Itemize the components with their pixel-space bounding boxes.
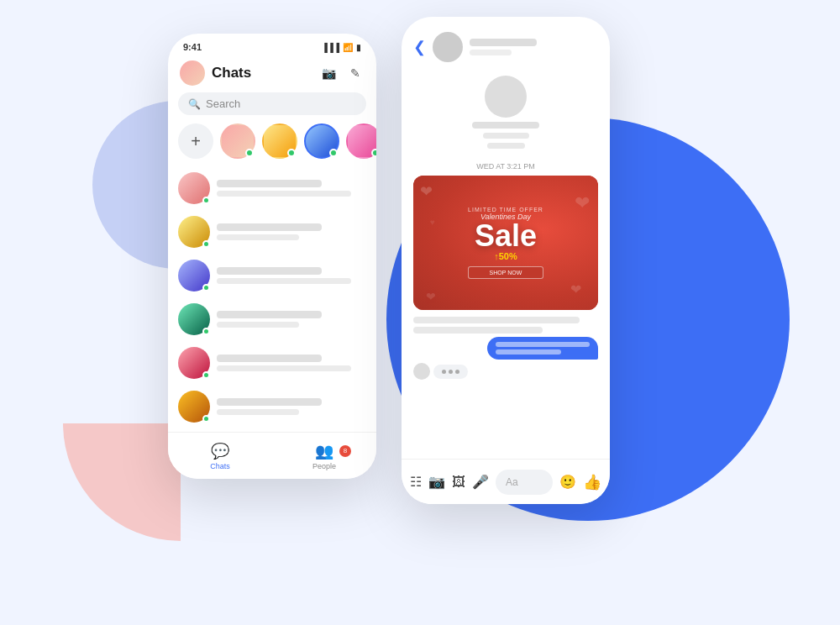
chat-item[interactable] <box>178 298 366 340</box>
online-dot <box>202 328 210 335</box>
add-story-button[interactable]: + <box>178 123 213 159</box>
nav-people[interactable]: 8 👥 People <box>272 442 376 470</box>
status-icons: ▐▐▐ 📶 ▮ <box>322 43 361 52</box>
online-dot <box>371 149 376 157</box>
chat-content-3 <box>217 267 366 284</box>
right-phone: ❮ WED AT 3:21 PM ❤ ❤ ❤ ❤ ♥ LIMIT <box>402 17 610 504</box>
sale-content: LIMITED TIME OFFER Valentines Day Sale ↑… <box>468 207 543 279</box>
chat-content-5 <box>217 355 366 371</box>
battery-icon: ▮ <box>356 43 361 52</box>
online-dot <box>202 197 210 204</box>
message-input[interactable]: Aa <box>496 470 553 495</box>
received-message <box>413 317 598 334</box>
detail-header: ❮ <box>402 17 610 71</box>
mic-icon[interactable]: 🎤 <box>472 474 489 490</box>
msg-bar <box>413 327 543 334</box>
story-avatar-4[interactable] <box>346 123 376 159</box>
heart-icon: ❤ <box>570 281 581 297</box>
chat-name-bar <box>217 180 322 187</box>
status-time: 9:41 <box>183 42 202 52</box>
chat-content-4 <box>217 311 366 328</box>
detail-info <box>470 39 598 55</box>
chat-avatar-2 <box>178 216 210 248</box>
phones-wrapper: 9:41 ▐▐▐ 📶 ▮ Chats 📷 ✎ 🔍 Search + <box>168 34 610 504</box>
header-icons: 📷 ✎ <box>319 64 365 82</box>
sent-bar <box>496 349 561 355</box>
like-icon[interactable]: 👍 <box>583 473 601 491</box>
chat-msg-bar <box>217 365 351 371</box>
detail-avatar[interactable] <box>433 32 463 62</box>
wifi-icon: 📶 <box>343 43 353 52</box>
chat-msg-bar <box>217 322 299 328</box>
heart-icon: ❤ <box>426 290 436 303</box>
stories-row: + <box>168 123 376 167</box>
typing-dot <box>442 370 446 374</box>
my-avatar[interactable] <box>180 60 205 86</box>
sent-bar <box>496 342 590 347</box>
status-bar: 9:41 ▐▐▐ 📶 ▮ <box>168 34 376 57</box>
nav-chats[interactable]: 💬 Chats <box>168 442 272 470</box>
online-dot <box>245 149 254 157</box>
chat-item[interactable] <box>178 167 366 209</box>
emoji-icon[interactable]: 🙂 <box>559 474 576 490</box>
heart-icon: ❤ <box>575 192 590 214</box>
chat-item[interactable] <box>178 255 366 297</box>
camera-icon[interactable]: 📷 <box>319 64 338 82</box>
sent-bubble <box>487 337 598 360</box>
search-bar[interactable]: 🔍 Search <box>178 92 366 115</box>
chat-avatar-4 <box>178 303 210 335</box>
heart-icon: ❤ <box>420 182 433 201</box>
chat-msg-bar <box>217 409 299 415</box>
chat-content-2 <box>217 223 366 240</box>
sale-limited-text: LIMITED TIME OFFER <box>468 207 543 213</box>
input-bar: ☷ 📷 🖼 🎤 Aa 🙂 👍 <box>402 459 610 504</box>
story-avatar-3[interactable] <box>304 123 339 159</box>
chat-name-bar <box>217 267 322 275</box>
nav-badge: 8 <box>339 445 351 457</box>
back-button[interactable]: ❮ <box>413 38 426 56</box>
left-phone: 9:41 ▐▐▐ 📶 ▮ Chats 📷 ✎ 🔍 Search + <box>168 34 376 479</box>
online-dot <box>202 284 210 291</box>
typing-dot <box>455 370 459 374</box>
shop-now-button[interactable]: SHOP NOW <box>468 266 543 279</box>
story-avatar-1[interactable] <box>220 123 255 159</box>
bottom-nav: 💬 Chats 8 👥 People <box>168 432 376 479</box>
chat-item[interactable] <box>178 386 366 428</box>
chat-avatar-5 <box>178 347 210 379</box>
story-avatar-2[interactable] <box>262 123 297 159</box>
profile-sub-bar <box>483 133 529 139</box>
chat-name-bar <box>217 355 322 362</box>
profile-name-bar <box>472 122 539 129</box>
profile-avatar <box>485 76 527 118</box>
online-dot <box>329 149 338 157</box>
chat-name-bar <box>217 223 322 231</box>
typing-indicator <box>413 363 598 380</box>
grid-icon[interactable]: ☷ <box>410 474 422 490</box>
people-nav-icon: 👥 <box>315 442 333 460</box>
sent-message-area <box>413 337 598 360</box>
chat-nav-icon: 💬 <box>211 442 229 460</box>
camera-input-icon[interactable]: 📷 <box>428 474 445 490</box>
profile-sub-bar2 <box>487 143 525 149</box>
search-placeholder: Search <box>206 97 240 110</box>
bg-quarter-pink <box>63 423 181 541</box>
chat-avatar-6 <box>178 391 210 423</box>
chat-avatar-1 <box>178 172 210 204</box>
profile-area <box>402 71 610 157</box>
sale-card[interactable]: ❤ ❤ ❤ ❤ ♥ LIMITED TIME OFFER Valentines … <box>413 176 598 310</box>
sale-main-title: Sale <box>468 221 543 251</box>
signal-icon: ▐▐▐ <box>322 43 339 52</box>
chat-msg-bar <box>217 278 351 284</box>
chat-item[interactable] <box>178 342 366 384</box>
chat-msg-bar <box>217 191 351 197</box>
chat-list <box>168 167 376 471</box>
chat-avatar-3 <box>178 260 210 291</box>
heart-icon: ♥ <box>430 218 435 227</box>
typing-dots <box>433 365 468 379</box>
nav-people-label: People <box>312 462 336 470</box>
image-icon[interactable]: 🖼 <box>452 475 465 490</box>
online-dot <box>202 415 210 423</box>
msg-bar <box>413 317 580 323</box>
edit-icon[interactable]: ✎ <box>346 64 365 82</box>
chat-item[interactable] <box>178 211 366 253</box>
